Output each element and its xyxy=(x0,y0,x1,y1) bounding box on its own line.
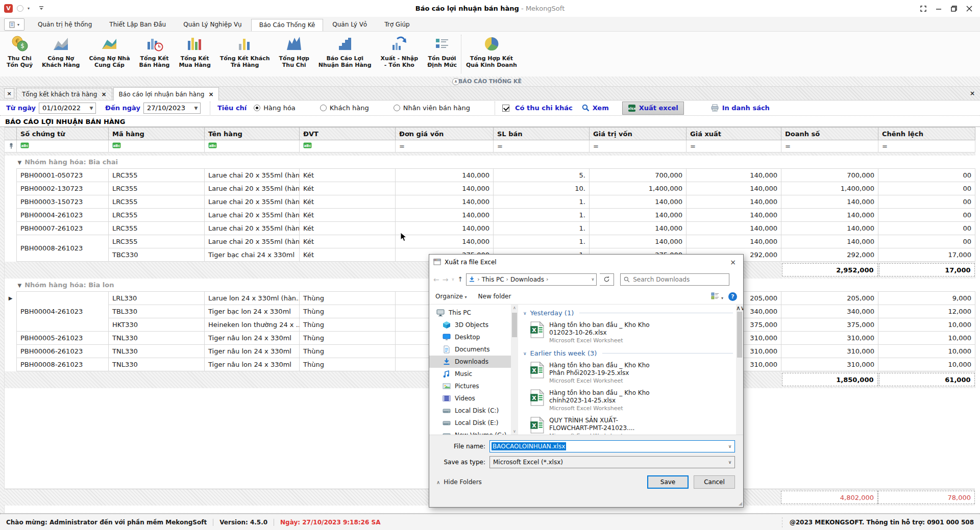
sidebar-item-new-volume-g-[interactable]: New Volume (G:) xyxy=(429,429,511,435)
ribbon-tab-5[interactable]: Trợ Giúp xyxy=(376,18,418,31)
table-cell[interactable]: TNL330 xyxy=(109,358,205,371)
table-cell[interactable]: 10,000 xyxy=(878,318,975,332)
table-cell[interactable]: 310,000 xyxy=(781,332,878,345)
close-button[interactable] xyxy=(962,3,977,14)
file-group-header[interactable]: ∨Yesterday (1) xyxy=(523,307,735,319)
table-row[interactable]: PBH00008-261023LRC355Larue chai 20 x 355… xyxy=(5,235,975,248)
tab-close-icon[interactable]: × xyxy=(101,91,106,98)
filter-cell[interactable]: = xyxy=(396,140,494,153)
print-list-button[interactable]: In danh sách xyxy=(710,104,770,112)
column-header[interactable]: Đơn giá vốn xyxy=(396,128,494,140)
table-cell[interactable]: 00 xyxy=(878,182,975,195)
table-cell[interactable]: Két xyxy=(300,195,396,209)
table-cell[interactable]: 140,000 xyxy=(396,235,494,248)
table-cell[interactable]: 292,000 xyxy=(781,248,878,262)
save-button[interactable]: Save xyxy=(647,475,689,489)
table-cell[interactable]: Heineken lon thường 24 x ... xyxy=(205,318,300,332)
table-cell[interactable]: Két xyxy=(300,248,396,262)
chevron-down-icon[interactable]: ▼ xyxy=(192,106,200,111)
restore-button[interactable] xyxy=(946,3,962,14)
table-cell[interactable]: 140,000 xyxy=(687,182,781,195)
organize-button[interactable]: Organize ▾ xyxy=(435,293,467,300)
table-cell[interactable]: 140,000 xyxy=(396,195,494,209)
file-list-scrollbar[interactable]: ∧∨ xyxy=(736,305,743,435)
ribbon-button[interactable]: Tồn DướiĐịnh Mức xyxy=(423,32,461,77)
table-cell[interactable]: Larue chai 20 x 355ml (hàn... xyxy=(205,209,300,222)
to-date-input[interactable]: 27/10/2023▼ xyxy=(143,103,201,114)
cancel-button[interactable]: Cancel xyxy=(694,475,735,489)
table-cell[interactable]: 140,000 xyxy=(396,169,494,182)
table-cell[interactable]: 140,000 xyxy=(687,195,781,209)
collapse-icon[interactable]: ▼ xyxy=(18,283,22,288)
table-cell[interactable]: 340,000 xyxy=(781,305,878,318)
resize-grip[interactable]: ◢ xyxy=(739,501,742,506)
address-dropdown-icon[interactable]: ∨ xyxy=(591,277,594,282)
save-type-select[interactable]: Microsoft Excel (*.xlsx) ∨ xyxy=(489,456,735,468)
table-cell[interactable]: 140,000 xyxy=(687,169,781,182)
sidebar-item-local-disk-c-[interactable]: Local Disk (C:) xyxy=(429,405,511,417)
filter-cell[interactable]: = xyxy=(781,140,878,153)
table-cell[interactable]: 310,000 xyxy=(781,358,878,371)
table-cell[interactable]: 140,000 xyxy=(590,222,687,235)
table-cell[interactable]: 10. xyxy=(494,182,590,195)
file-item[interactable]: XHàng tồn kho ban đầu _ Kho Kho 012023-1… xyxy=(523,319,735,347)
column-header[interactable]: Doanh số xyxy=(781,128,878,140)
table-cell[interactable]: 17,000 xyxy=(878,248,975,262)
table-cell[interactable]: Thùng xyxy=(300,332,396,345)
table-cell[interactable]: TBC330 xyxy=(109,248,205,262)
breadcrumb-item[interactable]: This PC xyxy=(482,276,504,283)
table-cell[interactable]: Larue chai 20 x 355ml (hàn... xyxy=(205,182,300,195)
column-header[interactable]: SL bán xyxy=(494,128,590,140)
table-cell[interactable]: 205,000 xyxy=(781,292,878,305)
table-cell[interactable]: LRC355 xyxy=(109,182,205,195)
quick-access-dropdown-icon[interactable]: ▾ xyxy=(28,6,30,11)
table-cell[interactable]: 140,000 xyxy=(687,235,781,248)
chevron-down-icon[interactable]: ▼ xyxy=(87,106,95,111)
table-cell[interactable]: 00 xyxy=(878,235,975,248)
table-cell[interactable]: Larue lon 24 x 330ml (hàn... xyxy=(205,292,300,305)
minimize-button[interactable] xyxy=(931,3,946,14)
group-row[interactable]: ▼Nhóm hàng hóa: Bia chai xyxy=(5,156,975,169)
table-cell[interactable]: 1. xyxy=(494,209,590,222)
sidebar-item-3d-objects[interactable]: 3D Objects xyxy=(429,319,511,331)
sidebar-item-downloads[interactable]: Downloads xyxy=(429,356,511,368)
table-cell[interactable]: Tiger nâu lon 24 x 330ml xyxy=(205,358,300,371)
table-cell[interactable]: 700,000 xyxy=(590,169,687,182)
table-cell[interactable]: Tiger bạc chai 24 x 330ml xyxy=(205,248,300,262)
filter-cell[interactable]: = xyxy=(687,140,781,153)
ribbon-button[interactable]: Tổng Kết KháchTrả Hàng xyxy=(215,32,275,77)
table-cell[interactable]: Két xyxy=(300,222,396,235)
column-header[interactable]: Giá trị vốn xyxy=(590,128,687,140)
table-row[interactable]: PBH00004-261023LRC355Larue chai 20 x 355… xyxy=(5,209,975,222)
filter-cell[interactable]: aBc xyxy=(300,140,396,153)
table-cell[interactable]: 140,000 xyxy=(781,209,878,222)
ribbon-button[interactable]: Tổng Hợp KếtQuả Kinh Doanh xyxy=(461,32,522,77)
sidebar-item-pictures[interactable]: Pictures xyxy=(429,380,511,392)
ribbon-button[interactable]: €$Thu ChiTồn Quỹ xyxy=(2,32,37,77)
table-cell[interactable]: PBH00008-261023 xyxy=(17,235,109,262)
table-cell[interactable]: LRC355 xyxy=(109,195,205,209)
table-cell[interactable]: TNL330 xyxy=(109,332,205,345)
table-cell[interactable]: PBH00006-261023 xyxy=(17,345,109,358)
tab-strip-close-button[interactable]: × xyxy=(968,89,977,98)
radio-option[interactable]: Khách hàng xyxy=(320,104,369,112)
radio-icon[interactable] xyxy=(320,105,327,111)
column-header[interactable]: ĐVT xyxy=(300,128,396,140)
table-cell[interactable]: Két xyxy=(300,235,396,248)
collapse-icon[interactable]: ▼ xyxy=(18,160,22,165)
toolbar-customize-icon[interactable] xyxy=(39,6,44,12)
ribbon-tab-1[interactable]: Thiết Lập Ban Đầu xyxy=(101,18,174,31)
table-cell[interactable]: TBL330 xyxy=(109,305,205,318)
table-cell[interactable]: Larue chai 20 x 355ml (hàn... xyxy=(205,195,300,209)
table-cell[interactable]: 140,000 xyxy=(396,182,494,195)
ribbon-button[interactable]: Tổng HợpThu Chi xyxy=(275,32,314,77)
table-cell[interactable]: LRC355 xyxy=(109,235,205,248)
file-item[interactable]: XQUY TRÌNH SẢN XUẤT-FLOWCHART-PMT-241023… xyxy=(523,415,735,435)
table-cell[interactable]: 140,000 xyxy=(396,222,494,235)
column-header[interactable]: Số chứng từ xyxy=(17,128,109,140)
table-cell[interactable]: HKT330 xyxy=(109,318,205,332)
document-tab[interactable]: Báo cáo lợi nhuận bán hàng× xyxy=(113,87,219,100)
table-cell[interactable]: 140,000 xyxy=(590,209,687,222)
table-cell[interactable]: 310,000 xyxy=(781,345,878,358)
table-cell[interactable]: LRC355 xyxy=(109,209,205,222)
